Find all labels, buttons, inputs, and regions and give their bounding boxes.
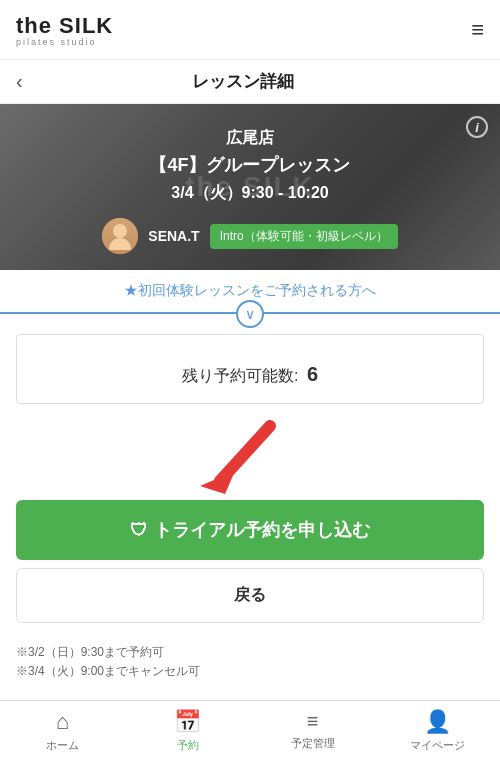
svg-marker-1 — [200, 471, 235, 494]
logo: the SILK pilates studio — [16, 13, 113, 47]
nav-bar: ‹ レッスン詳細 — [0, 60, 500, 104]
hamburger-icon[interactable]: ≡ — [471, 17, 484, 43]
avatar-image — [102, 218, 138, 254]
user-icon: 👤 — [424, 709, 451, 735]
svg-line-0 — [220, 426, 270, 481]
home-icon: ⌂ — [56, 709, 69, 735]
nav-label-home: ホーム — [46, 738, 79, 753]
page-title: レッスン詳細 — [35, 70, 452, 93]
avatar — [102, 218, 138, 254]
bottom-nav: ⌂ ホーム 📅 予約 ≡ 予定管理 👤 マイページ — [0, 700, 500, 760]
logo-sub: pilates studio — [16, 37, 113, 47]
notes-section: ※3/2（日）9:30まで予約可 ※3/4（火）9:00までキャンセル可 — [0, 631, 500, 693]
nav-label-reserve: 予約 — [177, 738, 199, 753]
red-arrow-icon — [190, 416, 310, 496]
notice-section: ★初回体験レッスンをご予約される方へ ∨ — [0, 270, 500, 314]
notice-text: ★初回体験レッスンをご予約される方へ — [16, 282, 484, 300]
level-badge: Intro（体験可能・初級レベル） — [210, 224, 398, 249]
hero-section: the SILK 広尾店 【4F】グループレッスン 3/4（火）9:30 - 1… — [0, 104, 500, 270]
arrow-indicator — [0, 416, 500, 496]
nav-item-schedule[interactable]: ≡ 予定管理 — [250, 701, 375, 760]
nav-item-mypage[interactable]: 👤 マイページ — [375, 701, 500, 760]
hero-instructor: SENA.T Intro（体験可能・初級レベル） — [16, 218, 484, 254]
info-icon[interactable]: i — [466, 116, 488, 138]
nav-label-schedule: 予定管理 — [291, 736, 335, 751]
shield-icon: 🛡 — [130, 520, 148, 540]
booking-count-section: 残り予約可能数: 6 — [0, 334, 500, 404]
chevron-down-icon[interactable]: ∨ — [236, 300, 264, 328]
booking-count-number: 6 — [307, 363, 318, 385]
back-button-secondary[interactable]: 戻る — [16, 568, 484, 623]
hero-store: 広尾店 — [16, 128, 484, 149]
app-header: the SILK pilates studio ≡ — [0, 0, 500, 60]
nav-item-reserve[interactable]: 📅 予約 — [125, 701, 250, 760]
nav-label-mypage: マイページ — [410, 738, 465, 753]
logo-text: the SILK — [16, 13, 113, 38]
nav-item-home[interactable]: ⌂ ホーム — [0, 701, 125, 760]
back-button[interactable]: ‹ — [16, 70, 23, 93]
instructor-name: SENA.T — [148, 228, 199, 244]
note-2: ※3/4（火）9:00までキャンセル可 — [16, 662, 484, 681]
note-1: ※3/2（日）9:30まで予約可 — [16, 643, 484, 662]
booking-count-label: 残り予約可能数: — [182, 367, 298, 384]
hero-class: 【4F】グループレッスン — [16, 153, 484, 177]
list-icon: ≡ — [307, 710, 319, 733]
trial-booking-button[interactable]: 🛡トライアル予約を申し込む — [16, 500, 484, 560]
hero-time: 3/4（火）9:30 - 10:20 — [16, 183, 484, 204]
calendar-icon: 📅 — [174, 709, 201, 735]
